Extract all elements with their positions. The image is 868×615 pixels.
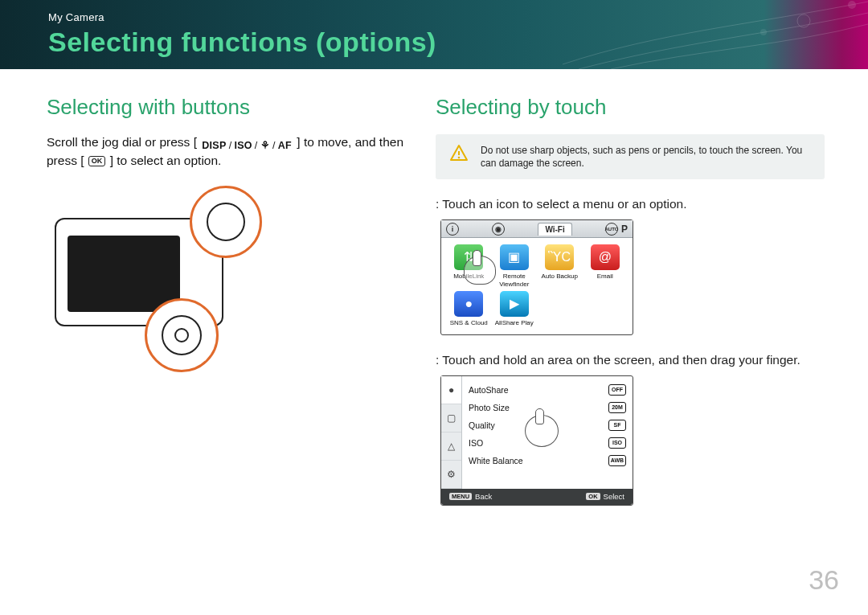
side-tab-0[interactable]: ●	[441, 376, 461, 404]
settings-footer: MENU Back OK Select	[441, 489, 633, 505]
txt-after: ] to select an option.	[110, 154, 222, 167]
camera-mode-icon: ◉	[492, 223, 505, 236]
select-label: Select	[604, 492, 624, 501]
dragging-label: : Touch and hold an area on the screen, …	[436, 353, 825, 367]
heading-buttons: Selecting with buttons	[47, 95, 416, 120]
breadcrumb: My Camera	[48, 11, 820, 23]
warning-icon	[448, 144, 469, 163]
setting-label: AutoShare	[469, 385, 509, 395]
side-tab-1[interactable]: ▢	[441, 404, 461, 433]
settings-list: AutoShareOFFPhoto Size20MQualitySFISOISO…	[462, 376, 633, 489]
app-label: Auto Backup	[538, 273, 581, 280]
setting-label: Quality	[469, 420, 495, 430]
wifi-screen: i ◉ Wi-Fi AUTO P ⇅MobileLink▣Remote View…	[440, 219, 633, 335]
body-columns: Selecting with buttons Scroll the jog di…	[0, 69, 868, 506]
app-grid: ⇅MobileLink▣Remote ViewfinderὛCAuto Back…	[441, 238, 633, 334]
setting-label: ISO	[469, 438, 483, 448]
side-tabs: ●▢△⚙	[441, 376, 462, 489]
col-buttons: Selecting with buttons Scroll the jog di…	[47, 95, 416, 506]
auto-icon: AUTO	[605, 223, 618, 236]
app-sns-cloud[interactable]: ●SNS & Cloud	[448, 291, 490, 326]
setting-label: Photo Size	[469, 403, 510, 412]
app-tile-icon: ▣	[500, 244, 529, 270]
nav-wheel-callout	[145, 298, 219, 372]
heading-touch: Selecting by touch	[436, 95, 825, 120]
col-touch: Selecting by touch Do not use sharp obje…	[436, 95, 825, 506]
touch-hand-icon	[464, 256, 496, 285]
txt-before: Scroll the jog dial or press [	[47, 135, 197, 149]
wifi-tab: Wi-Fi	[538, 223, 571, 236]
side-tab-3[interactable]: ⚙	[441, 461, 461, 489]
setting-row[interactable]: White BalanceAWB	[469, 452, 626, 469]
iso-icon: ISO	[234, 139, 252, 153]
back-button[interactable]: MENU Back	[449, 492, 492, 501]
setting-label: White Balance	[469, 456, 523, 465]
mode-p: P	[621, 223, 628, 235]
page-header: My Camera Selecting functions (options)	[0, 0, 868, 69]
app-auto-backup[interactable]: ὛCAuto Backup	[538, 244, 581, 287]
af-icon: AF	[278, 139, 292, 153]
app-label: SNS & Cloud	[448, 319, 490, 326]
setting-row[interactable]: AutoShareOFF	[469, 381, 626, 399]
app-label: Remote Viewfinder	[493, 273, 536, 287]
settings-screen: ●▢△⚙ AutoShareOFFPhoto Size20MQualitySFI…	[440, 375, 633, 506]
app-email[interactable]: @Email	[584, 244, 627, 287]
buttons-paragraph: Scroll the jog dial or press [ DISP/ ISO…	[47, 134, 416, 170]
setting-value-icon: OFF	[608, 384, 626, 396]
svg-point-0	[848, 1, 856, 9]
setting-value-icon: 20M	[608, 402, 626, 413]
svg-point-4	[458, 157, 461, 159]
setting-value-icon: SF	[608, 420, 626, 431]
ok-key-icon: OK	[586, 493, 600, 500]
app-tile-icon: ▶	[500, 291, 529, 317]
page: My Camera Selecting functions (options) …	[0, 0, 868, 615]
warning-text: Do not use sharp objects, such as pens o…	[481, 144, 812, 170]
disp-icon: DISP	[202, 139, 226, 153]
nav-icons: DISP/ ISO/ ⚘/ AF	[200, 139, 293, 153]
app-remote-viewfinder[interactable]: ▣Remote Viewfinder	[493, 244, 536, 287]
camera-illustration	[47, 186, 288, 371]
jog-dial-callout	[190, 186, 262, 258]
side-tab-2[interactable]: △	[441, 433, 461, 461]
ok-icon: OK	[88, 156, 106, 166]
back-label: Back	[475, 492, 492, 501]
app-tile-icon: @	[591, 244, 620, 270]
drag-hand-icon	[525, 415, 559, 447]
setting-value-icon: ISO	[608, 437, 626, 449]
touching-label: : Touch an icon to select a menu or an o…	[436, 197, 825, 211]
wifi-topbar: i ◉ Wi-Fi AUTO P	[441, 220, 633, 238]
app-label: Email	[584, 273, 627, 280]
macro-icon: ⚘	[260, 139, 270, 153]
page-title: Selecting functions (options)	[48, 27, 820, 58]
select-button[interactable]: OK Select	[586, 492, 624, 501]
setting-row[interactable]: Photo Size20M	[469, 399, 626, 416]
app-label: AllShare Play	[493, 319, 536, 326]
app-allshare-play[interactable]: ▶AllShare Play	[493, 291, 536, 326]
page-number: 36	[809, 564, 839, 596]
app-tile-icon: ὛC	[545, 244, 574, 270]
app-tile-icon: ●	[454, 291, 483, 317]
setting-value-icon: AWB	[608, 455, 626, 466]
menu-key-icon: MENU	[449, 493, 472, 500]
warning-box: Do not use sharp objects, such as pens o…	[436, 134, 825, 179]
info-icon: i	[446, 223, 459, 236]
camera-tab-icon: ●	[448, 384, 454, 396]
